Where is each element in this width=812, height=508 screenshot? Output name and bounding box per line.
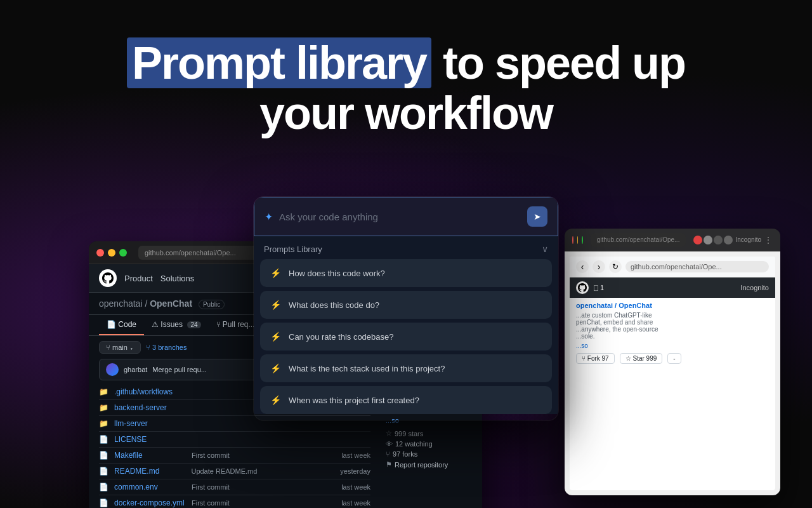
github-product-nav[interactable]: Product <box>124 274 153 283</box>
prompt-text-3: Can you rate this codebase? <box>289 332 394 342</box>
github-file-msg: First commit <box>192 451 336 459</box>
chrome-more-btn[interactable]: - <box>667 353 681 364</box>
chrome-repo-link2[interactable]: ...so <box>576 342 769 349</box>
github-repo-name[interactable]: OpenChat <box>150 298 192 309</box>
github-report-stat[interactable]: ⚑ Report repository <box>386 460 477 469</box>
hero-line1-normal: to speed up <box>443 37 685 88</box>
dot-close-right[interactable] <box>572 236 573 244</box>
dot-minimize[interactable] <box>108 249 115 257</box>
github-file-time: last week <box>341 499 370 507</box>
github-watching-count: 12 watching <box>395 440 433 448</box>
chrome-repo-link[interactable]: openchatai / OpenChat <box>576 302 769 309</box>
github-file-row: 📄 README.md Update README.md yesterday <box>99 464 370 479</box>
chrome-fork-btn[interactable]: ⑂ Fork 97 <box>576 353 615 364</box>
chrome-forward-icon[interactable]: › <box>593 260 605 273</box>
dot-maximize-right[interactable] <box>582 236 583 244</box>
dot-close[interactable] <box>96 249 104 257</box>
hero-line2: your workflow <box>259 88 553 138</box>
github-report-text: Report repository <box>395 461 448 469</box>
chrome-page: ‹ › ↻ github.com/openchatai/Ope... ⎕ 1 I… <box>570 257 775 490</box>
chrome-refresh-icon[interactable]: ↻ <box>609 260 622 273</box>
github-file-name[interactable]: LICENSE <box>114 435 196 444</box>
github-branches-link[interactable]: ⑂ 3 branches <box>146 344 187 351</box>
github-tab-issues[interactable]: ⚠ Issues 24 <box>144 315 208 335</box>
github-file-row: 📄 common.env First commit last week <box>99 479 370 495</box>
github-file-name[interactable]: backend-server <box>114 403 196 412</box>
chrome-url-inner[interactable]: github.com/openchatai/Ope... <box>625 261 769 272</box>
github-file-msg: First commit <box>192 499 336 507</box>
eye-icon: 👁 <box>386 440 393 448</box>
chrome-ext-icon2 <box>714 236 723 244</box>
github-file-name[interactable]: llm-server <box>114 419 196 428</box>
github-commit-message: Merge pull requ... <box>152 366 207 373</box>
github-file-row: 📄 LICENSE <box>99 432 370 448</box>
file-icon: 📄 <box>99 483 109 491</box>
chrome-gh-repo-content: openchatai / OpenChat ...ate custom Chat… <box>570 298 775 370</box>
prompt-item-2[interactable]: ⚡ What does this code do? <box>260 291 552 319</box>
flag-icon: ⚑ <box>386 460 392 469</box>
github-commit-author: gharbat <box>124 366 147 373</box>
github-file-name[interactable]: README.md <box>114 467 186 476</box>
github-file-name[interactable]: Makefile <box>114 451 187 460</box>
file-icon: 📄 <box>99 451 109 460</box>
prompt-text-1: How does this code work? <box>289 269 385 278</box>
star-icon: ☆ <box>386 429 392 438</box>
bolt-icon-1: ⚡ <box>270 268 281 278</box>
prompt-text-2: What does this code do? <box>289 300 379 310</box>
github-file-msg: First commit <box>192 483 336 491</box>
search-placeholder-text[interactable]: Ask your code anything <box>279 211 521 222</box>
send-icon: ➤ <box>534 211 541 222</box>
chrome-repo-actions: ⑂ Fork 97 ☆ Star 999 - <box>576 353 769 364</box>
browser-right: github.com/openchatai/Ope... Incognito ⋮… <box>565 229 780 495</box>
prompt-item-4[interactable]: ⚡ What is the tech stack used in this pr… <box>260 354 552 382</box>
github-file-name[interactable]: common.env <box>114 483 187 491</box>
dot-maximize[interactable] <box>119 249 127 257</box>
bolt-icon-3: ⚡ <box>270 331 281 342</box>
github-file-msg: Update README.md <box>191 467 335 475</box>
prompts-library-label: Prompts Library <box>264 244 322 254</box>
github-stars-stat: ☆ 999 stars <box>386 429 477 438</box>
folder-icon: 📁 <box>99 387 109 396</box>
github-file-name[interactable]: docker-compose.yml <box>114 498 187 507</box>
github-file-time: yesterday <box>340 467 370 475</box>
github-file-time: last week <box>341 483 370 491</box>
chrome-back-icon[interactable]: ‹ <box>576 260 589 273</box>
hero-title: Prompt library to speed up your workflow <box>0 38 812 138</box>
file-icon: 📄 <box>99 435 109 444</box>
prompt-item-3[interactable]: ⚡ Can you rate this codebase? <box>260 323 552 351</box>
github-tab-code[interactable]: 📄 Code <box>99 315 144 335</box>
prompt-item-5[interactable]: ⚡ When was this project first created? <box>260 386 552 414</box>
chrome-menu-icon[interactable]: ⋮ <box>764 235 773 245</box>
chrome-incognito-badge: Incognito <box>740 284 769 291</box>
chrome-star-btn[interactable]: ☆ Star 999 <box>620 353 663 364</box>
chrome-avatar <box>724 236 733 244</box>
file-icon: 📄 <box>99 498 109 507</box>
fork-icon: ⑂ <box>386 450 390 458</box>
github-file-row: 📄 docker-compose.yml First commit last w… <box>99 495 370 508</box>
prompts-library-panel: Prompts Library ∨ ⚡ How does this code w… <box>254 236 558 414</box>
github-stars-count: 999 stars <box>395 430 423 438</box>
github-branch-button[interactable]: ⑂ main ▾ <box>99 341 141 354</box>
prompt-search-bar: ✦ Ask your code anything ➤ <box>254 197 558 236</box>
dot-minimize-right[interactable] <box>577 236 579 244</box>
send-button[interactable]: ➤ <box>527 206 547 227</box>
chrome-gh-logo <box>576 281 589 294</box>
github-file-row: 📄 Makefile First commit last week <box>99 448 370 464</box>
file-icon: 📄 <box>99 467 109 476</box>
chrome-toolbar: Incognito ⋮ <box>693 235 773 245</box>
chrome-repo-desc: ...ate custom ChatGPT-likepenChat, embed… <box>576 312 769 340</box>
chrome-shield-icon <box>704 236 712 244</box>
prompt-text-4: What is the tech stack used in this proj… <box>289 364 445 373</box>
github-solutions-nav[interactable]: Solutions <box>160 274 194 283</box>
bolt-icon-5: ⚡ <box>270 395 281 405</box>
github-file-time: last week <box>341 451 370 459</box>
chevron-down-icon[interactable]: ∨ <box>542 244 548 254</box>
github-logo <box>99 269 117 287</box>
sparkle-icon: ✦ <box>265 211 273 223</box>
url-bar-right[interactable]: github.com/openchatai/Ope... <box>591 233 686 247</box>
right-browser-content: ‹ › ↻ github.com/openchatai/Ope... ⎕ 1 I… <box>565 251 780 495</box>
hero-highlight: Prompt library <box>127 37 431 88</box>
prompt-item-1[interactable]: ⚡ How does this code work? <box>260 259 552 287</box>
folder-icon: 📁 <box>99 419 109 428</box>
github-file-name[interactable]: .github/workflows <box>114 387 196 396</box>
